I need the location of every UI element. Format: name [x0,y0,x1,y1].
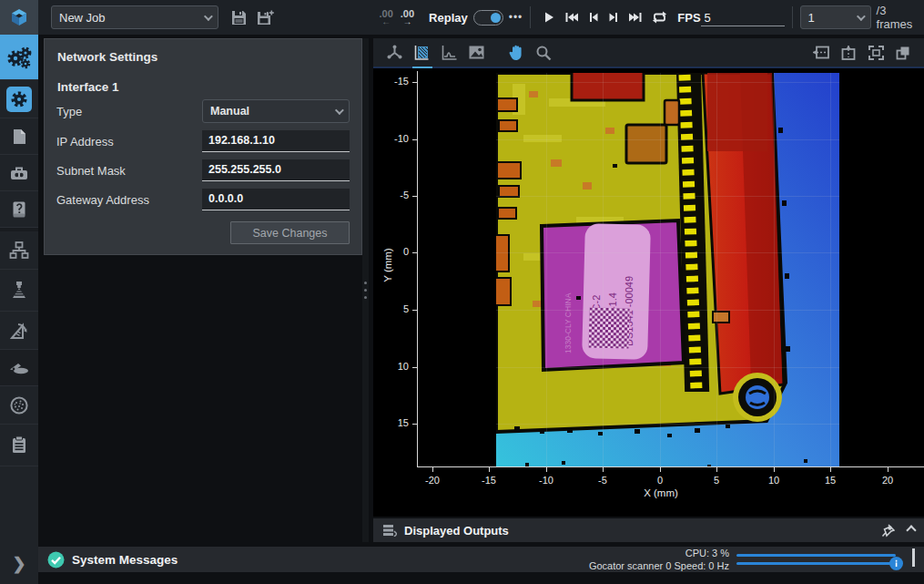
fit-width-button[interactable] [809,41,833,65]
subnet-mask-input[interactable]: 255.255.255.0 [202,159,350,181]
view-3d-icon [386,45,403,61]
view-3d-button[interactable] [382,41,406,65]
loop-button[interactable] [647,5,672,30]
sidebar-item-sensor[interactable] [0,270,38,312]
save-job-button[interactable] [226,5,252,30]
y-tick: 5 [381,303,409,314]
pin-icon[interactable] [881,524,895,538]
y-axis-line [417,71,418,467]
collapse-messages-chevron-icon[interactable] [912,551,915,568]
job-select[interactable]: New Job [51,5,218,29]
ip-address-input[interactable]: 192.168.1.10 [202,130,350,152]
save-job-as-button[interactable] [252,5,279,30]
arrow-right-icon: → [402,18,411,26]
status-ok-check-icon [47,551,65,569]
chevron-down-icon [204,12,213,21]
fit-all-button[interactable] [864,41,888,65]
sidebar-item-network[interactable] [0,228,38,270]
chevron-down-icon [335,106,344,115]
sidebar-item-alignment[interactable] [0,312,38,350]
y-tick: -15 [381,76,409,87]
step-forward-button[interactable] [604,5,624,30]
step-back-icon [588,11,599,24]
viewer-region: 03323C-2 281107-1.4 DS1341 -00049 1330-C… [373,38,924,542]
help-book-icon [11,200,27,219]
gateway-address-label: Gateway Address [56,193,149,207]
small-component [665,100,679,125]
outputs-list-icon [382,524,397,537]
interface-section-title: Interface 1 [45,67,361,96]
layout-button[interactable] [891,41,915,65]
sidebar-item-report[interactable] [0,425,38,466]
decimal-decrease-button[interactable]: .00 ← [375,9,396,26]
gridline [496,424,839,425]
magnifier-icon [535,45,552,61]
y-axis-label: Y (mm) [382,238,393,292]
arrow-left-icon: ← [381,18,391,26]
cpu-usage-bar [736,554,896,557]
step-back-button[interactable] [584,5,604,30]
replay-more-button[interactable]: ••• [509,11,523,24]
system-messages-bar[interactable]: System Messages CPU: 3 % Gocator scanner… [38,547,924,572]
gateway-address-input[interactable]: 0.0.0.0 [202,189,350,210]
decimal-increase-button[interactable]: .00 → [397,9,418,26]
replay-toggle[interactable] [473,10,503,26]
sidebar-expand-button[interactable]: ❯ [0,545,38,583]
system-messages-title: System Messages [72,553,178,567]
panel-splitter[interactable] [362,38,369,542]
x-tick: -20 [419,475,446,486]
view-profile-button[interactable] [437,41,461,65]
clipboard-icon [11,435,27,455]
sidebar-item-manage[interactable] [0,35,38,80]
label-qr-code [588,307,629,348]
x-axis-label: X (mm) [634,487,688,498]
frame-select[interactable]: 1 [800,5,871,29]
gridline [774,73,775,467]
skip-end-button[interactable] [624,5,647,30]
app-logo [0,0,38,35]
toggle-knob [491,13,501,23]
x-tick: 20 [874,475,901,486]
type-field-row: Type Manual [45,96,361,127]
x-tick: 15 [817,475,844,486]
heightmap-icon [413,45,430,61]
pan-tool-button[interactable] [504,41,528,65]
x-tick: -5 [589,475,616,486]
zoom-tool-button[interactable] [532,41,555,65]
sidebar-item-setup[interactable] [0,80,38,118]
play-icon [543,11,555,24]
sidebar-item-help[interactable] [0,191,38,228]
sidebar-item-tools[interactable] [0,155,38,191]
skip-start-button[interactable] [560,5,584,30]
fit-width-icon [812,45,830,60]
toolbox-icon [9,165,29,181]
layers-icon [895,45,911,61]
small-component [713,312,729,323]
heightmap-plot-area[interactable]: 03323C-2 281107-1.4 DS1341 -00049 1330-C… [373,68,924,517]
view-intensity-button[interactable] [464,41,488,65]
gocator-cube-icon [8,6,30,28]
divider [530,6,531,28]
collapse-outputs-chevron-icon[interactable] [906,525,916,535]
view-heightmap-button[interactable] [410,41,433,65]
type-select[interactable]: Manual [202,99,350,123]
gridline [546,73,547,467]
fps-input[interactable]: 5 [701,9,785,26]
sidebar-item-jobs[interactable] [0,118,38,155]
fit-height-button[interactable] [837,41,860,65]
y-tick: -5 [381,190,409,200]
gridline [603,73,604,467]
info-icon[interactable] [889,557,903,570]
top-toolbar: New Job .00 ← .00 → Replay ••• [0,0,924,35]
gateway-field-row: Gateway Address 0.0.0.0 [45,185,361,214]
alignment-icon [9,322,29,340]
sidebar-item-measure-tools[interactable] [0,350,38,386]
subnet-mask-label: Subnet Mask [56,164,126,178]
image-icon [468,45,485,60]
panel-title: Network Settings [45,39,361,67]
save-changes-button[interactable]: Save Changes [230,221,350,244]
sidebar-item-surface[interactable] [0,386,38,425]
displayed-outputs-bar[interactable]: Displayed Outputs [373,517,924,542]
play-button[interactable] [538,5,560,30]
setup-gear-chip [6,87,32,112]
